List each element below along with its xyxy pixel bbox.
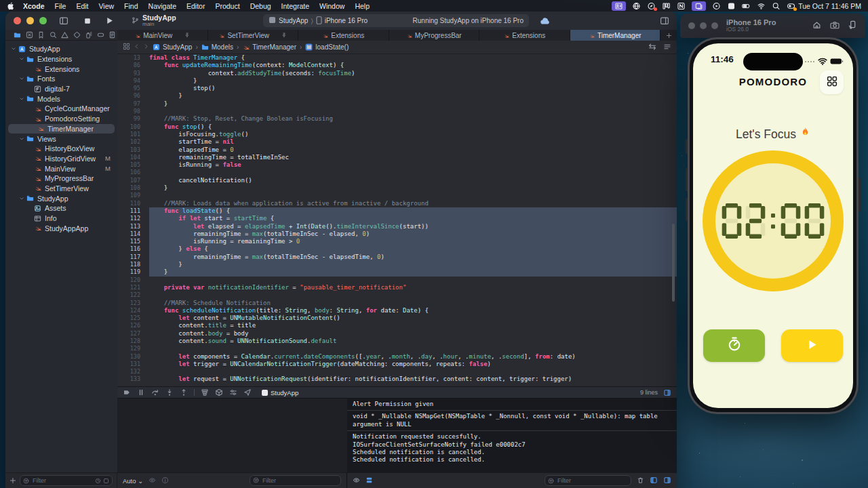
sidebar-item-historyboxview[interactable]: HistoryBoxView <box>5 144 117 154</box>
console-log-group[interactable]: void * _Nullable NSMapGet(NSMapTable * _… <box>347 410 677 430</box>
forward-icon[interactable] <box>143 43 149 51</box>
close-window-button[interactable] <box>14 17 21 24</box>
sidebar-item-studyappapp[interactable]: StudyAppApp <box>5 223 117 233</box>
code-line-116[interactable]: 116 } else { <box>117 245 677 253</box>
status-stage-manager[interactable] <box>692 1 706 11</box>
run-button[interactable] <box>105 16 114 25</box>
editor-tab-myprogressbar[interactable]: MyProgressBar <box>389 30 480 41</box>
sidebar-item-fonts[interactable]: Fonts <box>5 74 117 84</box>
minimize-window-button[interactable] <box>26 17 34 24</box>
code-line-125[interactable]: 125 let content = UNMutableNotificationC… <box>117 314 677 322</box>
menu-help[interactable]: Help <box>355 2 370 10</box>
sidebar-item-extensions[interactable]: Extensions <box>5 64 117 74</box>
code-line-104[interactable]: 104 remainingTime = totalTimeInSec <box>117 154 677 161</box>
sidebar-item-timermanager[interactable]: TimerManager <box>8 124 115 134</box>
menu-file[interactable]: File <box>55 2 66 10</box>
info-icon[interactable] <box>161 476 169 485</box>
breadcrumb-models[interactable]: Models <box>201 43 233 51</box>
code-editor[interactable]: 13final class TimerManager {86 func upda… <box>117 54 677 386</box>
breakpoints-icon[interactable] <box>97 31 104 39</box>
code-line-108[interactable]: 108 } <box>117 184 677 192</box>
code-line-130[interactable]: 130 let components = Calendar.current.da… <box>117 353 677 361</box>
variables-pane-toggle-icon[interactable] <box>650 474 658 487</box>
sidebar-item-assets[interactable]: Assets <box>5 203 117 214</box>
code-line-95[interactable]: 95 stop() <box>117 85 677 92</box>
code-line-98[interactable]: 98 <box>117 108 677 115</box>
back-icon[interactable] <box>134 43 140 51</box>
source-control-icon[interactable] <box>26 31 33 39</box>
toggle-inspector-icon[interactable] <box>660 16 669 28</box>
breadcrumb-loadstate-[interactable]: MloadState() <box>305 43 349 51</box>
code-line-105[interactable]: 105 isRunning = false <box>117 161 677 169</box>
status-wifi[interactable] <box>757 2 766 10</box>
code-line-107[interactable]: 107 cancelNotification() <box>117 177 677 184</box>
variables-filter-input[interactable] <box>261 476 338 485</box>
menu-view[interactable]: View <box>99 2 115 10</box>
code-line-117[interactable]: 117 remainingTime = max(totalTimeInSec -… <box>117 253 677 261</box>
start-timer-button[interactable] <box>781 329 843 362</box>
code-line-120[interactable]: 120 <box>117 277 677 284</box>
code-line-132[interactable]: 132 <box>117 368 677 375</box>
history-grid-button[interactable] <box>820 70 844 94</box>
navigator-filter-input[interactable] <box>31 476 93 485</box>
code-line-121[interactable]: 121 private var notificationIdentifier =… <box>117 284 677 291</box>
sidebar-item-models[interactable]: Models <box>5 94 117 104</box>
bookmarks-icon[interactable] <box>37 31 45 39</box>
debug-gauge-icon[interactable] <box>85 31 92 39</box>
recent-files-icon[interactable] <box>95 474 101 487</box>
sidebar-item-extensions[interactable]: Extensions <box>5 54 117 64</box>
editor-tab-settimerview[interactable]: SetTimerView <box>208 30 299 41</box>
view-hierarchy-icon[interactable] <box>201 388 209 396</box>
code-line-13[interactable]: 13final class TimerManager { <box>117 54 677 62</box>
sidebar-item-myprogressbar[interactable]: MyProgressBar <box>5 174 117 184</box>
status-contacts[interactable] <box>612 1 626 11</box>
code-line-119[interactable]: 119 } <box>117 268 677 276</box>
breadcrumb-studyapp[interactable]: StudyApp <box>153 43 192 51</box>
sidebar-item-cyclecountmanager[interactable]: CycleCountManager <box>5 104 117 114</box>
step-over-icon[interactable] <box>151 388 159 396</box>
editor-tab-extensions[interactable]: Extensions <box>479 30 570 41</box>
status-spotlight[interactable] <box>772 2 781 10</box>
project-status[interactable]: StudyApp main <box>132 14 176 28</box>
code-line-86[interactable]: 86 func updateRemainingTime(context: Mod… <box>117 62 677 69</box>
status-user-switch[interactable] <box>787 2 795 10</box>
code-line-131[interactable]: 131 let trigger = UNCalendarNotification… <box>117 361 677 368</box>
reset-timer-button[interactable] <box>703 329 765 362</box>
menu-clock[interactable]: Tue Oct 7 11:46 PM <box>798 2 861 10</box>
rotate-device-icon[interactable] <box>848 20 857 32</box>
variables-view[interactable] <box>117 399 348 472</box>
menu-integrate[interactable]: Integrate <box>281 2 309 10</box>
sidebar-item-pomodorosetting[interactable]: PomodoroSetting <box>5 114 117 124</box>
scheme-app-label[interactable]: StudyApp <box>279 17 308 24</box>
menu-editor[interactable]: Editor <box>186 2 205 10</box>
code-line-109[interactable]: 109 <box>117 192 677 199</box>
add-file-icon[interactable] <box>9 474 16 487</box>
code-line-114[interactable]: 114 remainingTime = max(totalTimeInSec -… <box>117 230 677 238</box>
sidebar-item-settimerview[interactable]: SetTimerView <box>5 184 117 194</box>
home-button-icon[interactable] <box>812 20 821 32</box>
console-log-group[interactable]: Alert Permission given <box>347 399 677 410</box>
sidebar-item-mainview[interactable]: MainViewM <box>5 163 117 174</box>
simulate-location-icon[interactable] <box>243 388 252 396</box>
eye-icon[interactable] <box>353 474 360 487</box>
reports-icon[interactable] <box>108 31 116 39</box>
menu-xcode[interactable]: Xcode <box>23 2 45 10</box>
editor-options-icon[interactable] <box>663 43 671 52</box>
find-icon[interactable] <box>50 31 57 39</box>
simulator-window-titlebar[interactable]: iPhone 16 Pro iOS 26.0 <box>680 14 865 38</box>
code-line-96[interactable]: 96 } <box>117 92 677 100</box>
code-line-127[interactable]: 127 content.body = body <box>117 330 677 338</box>
code-line-97[interactable]: 97 } <box>117 100 677 108</box>
navigator-filter-field[interactable] <box>20 475 113 486</box>
code-line-118[interactable]: 118 } <box>117 261 677 268</box>
console-log-group[interactable]: Notification requested succesfully.IOSur… <box>347 430 677 466</box>
code-line-102[interactable]: 102 startTime = nil <box>117 138 677 146</box>
scm-filter-icon[interactable] <box>103 474 109 487</box>
editor-tab-mainview[interactable]: MainView <box>117 30 208 41</box>
editor-scrollbar[interactable] <box>672 224 675 302</box>
code-line-110[interactable]: 110 //MARK: Loads data when application … <box>117 200 677 207</box>
console-pane-toggle-icon[interactable] <box>663 474 671 487</box>
sidebar-item-historygridview[interactable]: HistoryGridViewM <box>5 154 117 164</box>
console-mode-icon[interactable] <box>366 474 373 487</box>
eye-icon[interactable] <box>149 476 156 485</box>
